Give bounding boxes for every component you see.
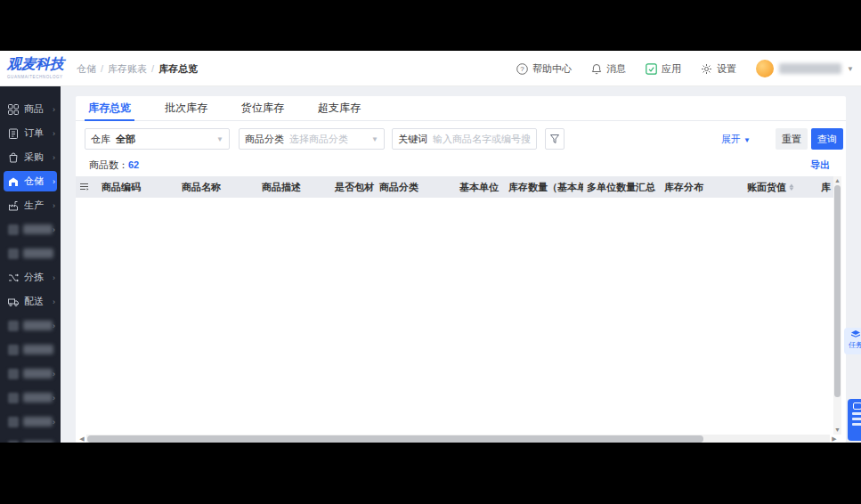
keyword-input[interactable]: 关键词 输入商品名字或编号搜索 [392,128,537,150]
sidebar-item-redacted[interactable] [0,337,61,362]
sidebar-item-redacted[interactable]: › [0,362,61,386]
sidebar-item-redacted[interactable]: › [0,217,61,241]
column-settings-icon[interactable] [79,182,89,193]
breadcrumb-current: 库存总览 [158,63,198,74]
export-button[interactable]: 导出 [810,159,830,172]
assistant-widget[interactable] [848,399,861,441]
sidebar-item-redacted[interactable] [0,241,61,265]
product-count: 62 [128,159,139,170]
category-placeholder: 选择商品分类 [289,133,368,146]
column-label: 商品描述 [262,181,301,194]
sidebar-item-生产[interactable]: 生产› [0,193,61,217]
avatar[interactable] [756,60,774,77]
breadcrumb-link[interactable]: 库存账表 [108,63,147,74]
sidebar-item-配送[interactable]: 配送› [0,289,61,313]
grid-icon [8,103,20,115]
breadcrumb-separator: / [101,63,103,74]
column-label: 商品分类 [379,181,418,194]
breadcrumb-link[interactable]: 仓储 [77,63,96,74]
redacted-label [23,417,53,427]
tab-货位库存[interactable]: 货位库存 [241,96,284,121]
app-window: 观麦科技 GUANMAITECHNOLOGY 仓储/库存账表/库存总览 ?帮助中… [0,51,861,443]
redacted-icon [8,393,19,403]
warehouse-label: 仓库 [91,133,110,146]
horizontal-scroll-thumb[interactable] [87,435,703,443]
redacted-icon [8,345,19,355]
scroll-right-icon[interactable]: ▶ [830,435,839,443]
sidebar-item-label: 生产 [24,199,53,212]
horizontal-scrollbar[interactable]: ◀ ▶ [76,435,846,443]
sort-icon[interactable]: ▲▼ [789,183,794,191]
redacted-icon [8,369,19,379]
chevron-right-icon: › [53,105,55,114]
delivery-icon [8,296,20,307]
scroll-down-icon[interactable]: ▼ [833,426,841,435]
scroll-up-icon[interactable]: ▲ [833,176,841,185]
column-label: 库存分布 [664,181,703,194]
chevron-down-icon: ▼ [371,135,378,143]
warehouse-select[interactable]: 仓库 全部 ▼ [85,128,230,150]
table-header-商品分类: 商品分类 [376,181,456,194]
query-button[interactable]: 查询 [811,128,843,150]
tab-超支库存[interactable]: 超支库存 [318,96,361,121]
table-header-商品编码: 商品编码 [98,181,178,194]
production-icon [8,199,20,211]
table-header-row: 商品编码商品名称商品描述是否包材商品分类基本单位库存数量（基本单位）▲▼多单位数… [76,176,833,198]
header-action-settings[interactable]: 设置 [701,62,736,76]
table-header-账面货值[interactable]: 账面货值▲▼ [743,181,817,194]
redacted-label [23,248,53,258]
sidebar-item-订单[interactable]: 订单› [0,121,61,145]
vertical-scroll-thumb[interactable] [834,185,841,397]
sidebar-item-商品[interactable]: 商品› [0,97,61,121]
sidebar-item-仓储[interactable]: 仓储› [0,169,61,193]
header-action-help[interactable]: ?帮助中心 [516,62,572,76]
tab-批次库存[interactable]: 批次库存 [165,96,207,121]
table-header-库: 库 [817,181,833,194]
filter-funnel-button[interactable] [545,128,565,150]
chevron-right-icon: › [53,153,55,162]
vertical-scrollbar[interactable]: ▲ ▼ [833,176,841,435]
redacted-label [23,345,53,354]
chevron-down-icon: ▼ [216,135,223,143]
content-card: 库存总览批次库存货位库存超支库存 仓库 全部 ▼ 商品分类 选择商品分类 ▼ 关… [76,96,846,443]
header-action-label: 帮助中心 [532,62,572,76]
tab-库存总览[interactable]: 库存总览 [88,96,131,121]
chevron-right-icon: › [53,129,55,138]
user-menu[interactable]: ▼ [756,60,854,77]
filter-bar: 仓库 全部 ▼ 商品分类 选择商品分类 ▼ 关键词 输入商品名字或编号搜索 [76,128,846,151]
reset-button[interactable]: 重置 [776,128,808,150]
table-header-settings[interactable] [76,182,98,193]
logo-title: 观麦科技 [7,55,75,74]
table-header-库存数量（基本单位）[interactable]: 库存数量（基本单位）▲▼ [505,181,583,194]
sorting-icon [8,272,20,283]
chevron-right-icon: › [53,297,55,306]
expand-toggle[interactable]: 展开 ▼ [721,133,751,146]
task-panel-tab[interactable]: 任务 [844,328,861,354]
chevron-right-icon: › [53,225,55,234]
chevron-right-icon: › [53,321,55,330]
summary-bar: 商品数：62 导出 [76,159,846,175]
order-icon [8,127,20,139]
sidebar-item-采购[interactable]: 采购› [0,145,61,169]
sidebar-item-redacted[interactable] [0,434,61,443]
chevron-down-icon[interactable]: ▼ [847,65,854,73]
sidebar-item-redacted[interactable]: › [0,410,61,434]
sidebar-item-label: 分拣 [24,271,53,284]
tab-bar: 库存总览批次库存货位库存超支库存 [76,96,846,121]
sidebar-item-分拣[interactable]: 分拣› [0,265,61,289]
column-label: 库 [821,181,831,194]
sidebar-item-label: 配送 [24,295,53,308]
sidebar-item-redacted[interactable]: › [0,313,61,337]
purchase-icon [8,151,20,163]
category-select[interactable]: 商品分类 选择商品分类 ▼ [239,128,385,150]
sidebar-item-redacted[interactable]: › [0,386,61,410]
header-action-messages[interactable]: 消息 [591,62,626,76]
column-label: 商品名称 [182,181,221,194]
svg-text:?: ? [520,65,524,73]
header-action-apps[interactable]: 应用 [646,62,681,76]
scroll-left-icon[interactable]: ◀ [77,435,86,443]
chevron-right-icon: › [53,177,55,186]
sidebar-item-label: 采购 [24,150,53,164]
task-panel-label: 任务 [844,340,861,350]
header-action-label: 设置 [717,62,736,76]
